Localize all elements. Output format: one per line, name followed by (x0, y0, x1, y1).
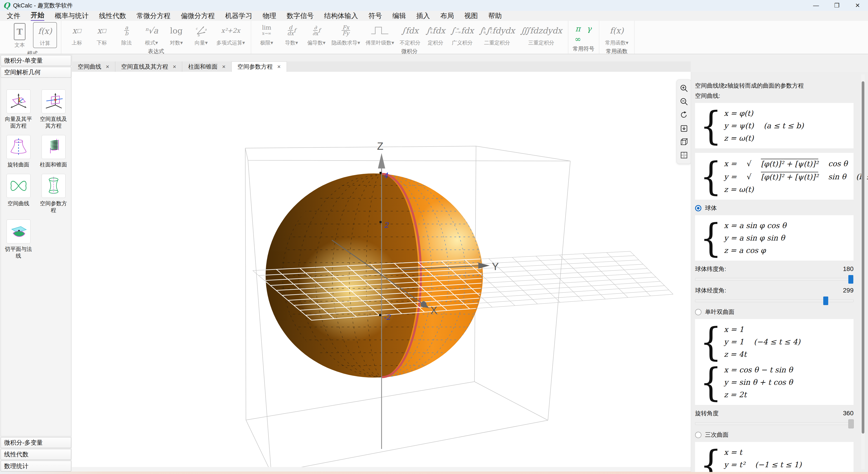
menu-layout[interactable]: 布局 (440, 11, 454, 20)
close-icon[interactable]: × (277, 63, 281, 70)
close-icon[interactable]: × (173, 63, 176, 70)
sidebar-item-space-curve[interactable]: 空间曲线 (1, 174, 36, 214)
svg-text:c: c (196, 27, 198, 30)
subscript-icon: x□ (97, 23, 106, 38)
view-toolbar (677, 79, 691, 164)
calc-mode-button[interactable]: f(x) 计算 (33, 22, 57, 48)
ribbon-group-expression: x□ 上标 x□ 下标 ab 除法 ⁿ√a 根式▾ log 对数▾ (61, 21, 251, 54)
derivative-button[interactable]: ddxf 导数▾ (280, 22, 303, 47)
double-integral-icon: ∫ba∫dcfdydx (479, 23, 515, 38)
implicit-derivative-button[interactable]: FxFy 隐函数求导▾ (330, 22, 362, 47)
polynomial-button[interactable]: x²+2x 多项式运算▾ (215, 22, 247, 47)
longitude-slider[interactable] (695, 299, 854, 302)
common-functions-button[interactable]: f(x) 常用函数▾ (603, 22, 630, 47)
sphere-surface (266, 173, 502, 378)
download-button[interactable] (679, 124, 689, 133)
radio-sphere[interactable]: 球体 (695, 204, 854, 212)
limit-icon: limx→∞ (262, 23, 271, 38)
menu-pde[interactable]: 偏微分方程 (181, 11, 215, 20)
radio-icon[interactable] (695, 309, 702, 315)
fraction-button[interactable]: ab 除法 (115, 22, 138, 47)
improper-integral-button[interactable]: ∫∞−∞fdx 广义积分 (449, 22, 475, 47)
menu-view[interactable]: 视图 (464, 11, 478, 20)
canvas-bottom-strip (72, 467, 691, 472)
menu-ode[interactable]: 常微分方程 (136, 11, 170, 20)
sidebar-section-space-geometry[interactable]: 空间解析几何 (1, 67, 71, 78)
restore-button[interactable]: ❐ (827, 0, 847, 11)
menu-help[interactable]: 帮助 (488, 11, 502, 20)
menu-linear-algebra[interactable]: 线性代数 (99, 11, 126, 20)
group-label-symbols: 常用符号 (572, 45, 595, 53)
menu-edit[interactable]: 编辑 (393, 11, 406, 20)
radio-cubic-surface[interactable]: 三次曲面 (695, 431, 854, 439)
fourier-button[interactable]: 傅里叶级数▾ (364, 22, 396, 47)
close-button[interactable]: ✕ (847, 0, 868, 11)
sidebar-item-parametric-surface[interactable]: 空间参数方程 (36, 174, 71, 214)
x-axis-label: X (430, 304, 437, 316)
reset-view-button[interactable] (679, 110, 689, 120)
partial-derivative-button[interactable]: ∂∂xf 偏导数▾ (305, 22, 328, 47)
longitude-slider-thumb[interactable] (823, 297, 828, 305)
log-button[interactable]: log 对数▾ (165, 22, 188, 47)
vector-button[interactable]: c a b 向量▾ (190, 22, 213, 47)
sidebar-section-statistics[interactable]: 数理统计 (1, 461, 71, 472)
sidebar-section-linear-algebra[interactable]: 线性代数 (1, 449, 71, 460)
sidebar-item-space-line[interactable]: 空间直线及其方程 (36, 90, 71, 129)
panel-scrollbar-thumb[interactable] (862, 81, 864, 434)
sidebar-item-cylinder-cone[interactable]: 柱面和锥面 (36, 135, 71, 168)
rotation-slider-1[interactable] (695, 422, 854, 425)
menu-signal[interactable]: 数字信号 (287, 11, 314, 20)
indefinite-integral-button[interactable]: ∫fdx 不定积分 (398, 22, 422, 47)
double-integral-button[interactable]: ∫ba∫dcfdydx 二重定积分 (477, 22, 517, 47)
close-icon[interactable]: × (106, 63, 109, 70)
sidebar-section-calculus-single[interactable]: 微积分-单变量 (1, 55, 71, 66)
panel-scrollbar[interactable] (861, 74, 865, 469)
infinity-symbol-button[interactable]: ∞ (575, 32, 581, 46)
latitude-slider-thumb[interactable] (848, 275, 853, 284)
subscript-button[interactable]: x□ 下标 (90, 22, 113, 47)
plot-canvas[interactable]: Z Y X 4 2 -2 (72, 72, 691, 467)
app-logo-icon: Q (3, 1, 10, 10)
menu-insert[interactable]: 插入 (416, 11, 430, 20)
rotation-value-1: 360 (843, 410, 854, 417)
sidebar-section-calculus-multi[interactable]: 微积分-多变量 (1, 437, 71, 448)
zoom-in-button[interactable] (679, 83, 689, 93)
latitude-slider[interactable] (695, 278, 854, 281)
grid-toggle-button[interactable] (679, 150, 689, 160)
menu-physics[interactable]: 物理 (263, 11, 276, 20)
gamma-symbol-button[interactable]: γ (587, 21, 591, 36)
definite-integral-icon: ∫bafdx (426, 23, 445, 38)
radical-icon: ⁿ√a (145, 23, 158, 38)
zoom-out-button[interactable] (679, 97, 689, 107)
rotation-slider-thumb-1[interactable] (848, 419, 854, 428)
radio-hyperboloid[interactable]: 单叶双曲面 (695, 308, 854, 316)
sidebar-item-vector-plane[interactable]: 向量及其平面方程 (1, 90, 36, 129)
minimize-button[interactable]: — (806, 0, 827, 11)
radio-icon[interactable] (695, 432, 702, 438)
y-axis-label: Y (492, 261, 499, 272)
sidebar-item-revolution-surface[interactable]: 旋转曲面 (1, 135, 36, 168)
triple-integral-button[interactable]: ∭fdzdydx 三重定积分 (519, 22, 564, 47)
tab-space-curve[interactable]: 空间曲线 × (72, 61, 115, 72)
tab-space-parametric[interactable]: 空间参数方程 × (232, 61, 287, 72)
definite-integral-button[interactable]: ∫bafdx 定积分 (424, 22, 447, 47)
superscript-button[interactable]: x□ 上标 (65, 22, 88, 47)
menu-symbols[interactable]: 符号 (368, 11, 382, 20)
vector-icon: c a b (195, 23, 208, 38)
close-icon[interactable]: × (222, 63, 225, 70)
radio-selected-icon[interactable] (695, 205, 702, 211)
menu-struct-input[interactable]: 结构体输入 (324, 11, 358, 20)
menu-file[interactable]: 文件 (7, 11, 20, 20)
limit-button[interactable]: limx→∞ 极限▾ (255, 22, 278, 47)
sidebar-item-tangent-plane[interactable]: 切平面与法线 (1, 219, 36, 259)
sidebar: 微积分-单变量 空间解析几何 向量及其平面方程 (0, 54, 72, 472)
tab-cylinder-cone[interactable]: 柱面和锥面 × (182, 61, 231, 72)
menu-probability[interactable]: 概率与统计 (55, 11, 89, 20)
cube-view-button[interactable] (679, 137, 689, 147)
menu-home[interactable]: 开始 (31, 11, 44, 21)
menu-machine-learning[interactable]: 机器学习 (225, 11, 252, 20)
formula-cubic-surface: { x = t y = t²(−1 ≤ t ≤ 1) z = t³ { x = … (695, 442, 854, 472)
radical-button[interactable]: ⁿ√a 根式▾ (140, 22, 163, 47)
tab-space-line[interactable]: 空间直线及其方程 × (115, 61, 182, 72)
text-mode-button[interactable]: T 文本 (8, 22, 31, 49)
